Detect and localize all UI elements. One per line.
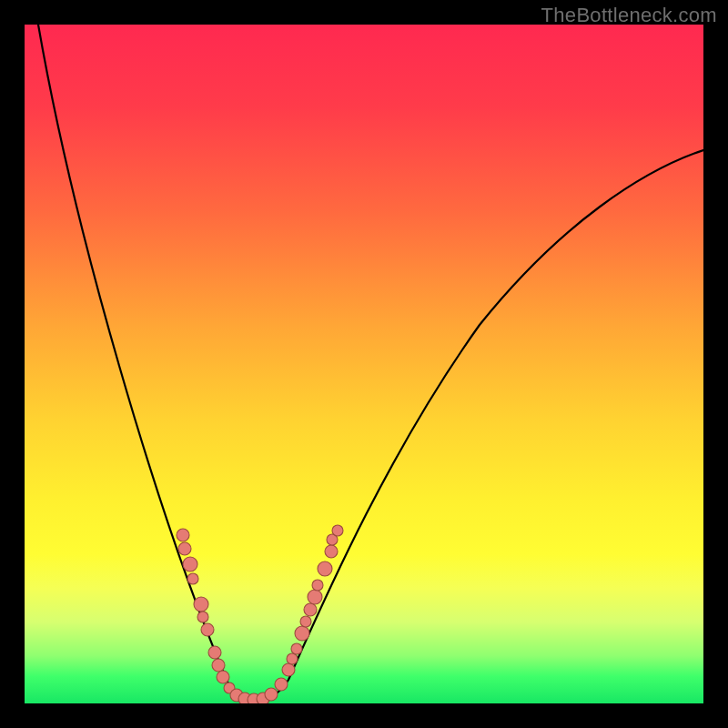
data-point-dot <box>318 561 332 576</box>
chart-area <box>25 25 703 703</box>
left-branch-curve <box>34 25 256 700</box>
data-point-dot <box>304 603 317 616</box>
data-point-dot <box>332 525 343 536</box>
data-point-dot <box>212 659 225 672</box>
curve-overlay <box>25 25 703 703</box>
data-point-dot <box>308 590 322 604</box>
data-point-dot <box>282 663 295 676</box>
data-point-dot <box>197 612 208 622</box>
data-point-dot <box>178 542 191 555</box>
data-point-dot <box>265 688 278 701</box>
data-point-dot <box>177 529 189 541</box>
data-point-dot <box>291 643 302 654</box>
data-point-dot <box>312 580 323 591</box>
data-point-dot <box>275 678 288 691</box>
data-point-dot <box>194 597 208 612</box>
data-point-dot <box>287 653 298 664</box>
data-point-dot <box>183 557 197 571</box>
data-point-dot <box>187 573 198 584</box>
data-point-dot <box>325 545 338 558</box>
watermark-text: TheBottleneck.com <box>541 4 717 27</box>
data-point-dot <box>295 626 309 641</box>
data-point-dot <box>217 671 229 683</box>
data-point-dot <box>208 646 221 659</box>
right-branch-curve <box>256 150 703 700</box>
data-point-dot <box>300 616 311 627</box>
data-point-dot <box>201 623 214 636</box>
